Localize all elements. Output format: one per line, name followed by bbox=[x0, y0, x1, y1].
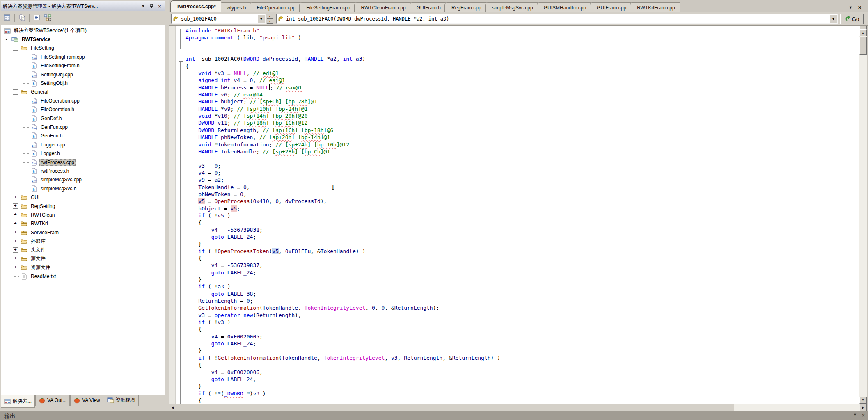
class-diagram-icon[interactable] bbox=[43, 13, 53, 23]
tree-item-外部库[interactable]: +外部库 bbox=[1, 237, 165, 245]
document-tab-guifram-h[interactable]: GUIFram.h bbox=[410, 2, 446, 12]
pin-icon[interactable] bbox=[148, 3, 155, 9]
code-token: LABEL_38 bbox=[227, 291, 253, 297]
tree-item-头文件[interactable]: +头文件 bbox=[1, 246, 165, 254]
scroll-left-icon[interactable]: ◀ bbox=[169, 404, 176, 411]
tree-item-general[interactable]: -General bbox=[1, 88, 165, 96]
tree-item-解决方案-rwtservice-1-个项目[interactable]: 解决方案“RWTService”(1 个项目) bbox=[1, 26, 165, 35]
tree-item-filesettingfram-cpp[interactable]: C++FileSettingFram.cpp bbox=[1, 52, 165, 61]
code-token: , & bbox=[385, 305, 394, 311]
tree-item-rwtservice[interactable]: -RWTService bbox=[1, 35, 165, 43]
vertical-scroll-thumb[interactable] bbox=[859, 37, 867, 55]
document-tab-regfram-cpp[interactable]: RegFram.cpp bbox=[444, 2, 487, 12]
close-icon[interactable]: × bbox=[156, 3, 163, 9]
code-token: v9 bbox=[198, 177, 205, 183]
document-tab-fileoperation-cpp[interactable]: FileOperation.cpp bbox=[250, 2, 301, 12]
chevron-down-icon[interactable]: ▼ bbox=[257, 14, 265, 23]
close-document-icon[interactable]: × bbox=[858, 4, 861, 11]
tree-item-simplemsgsvc-h[interactable]: hsimpleMsgSvc.h bbox=[1, 184, 165, 193]
chevron-down-icon[interactable]: ▼ bbox=[829, 14, 837, 23]
scroll-down-icon[interactable]: ▼ bbox=[859, 397, 867, 404]
expand-icon[interactable]: + bbox=[13, 203, 18, 209]
panel-tab-解决方[interactable]: 解决方... bbox=[1, 395, 35, 408]
member-dropdown[interactable]: int sub_1002FAC0(DWORD dwProcessId, HAND… bbox=[276, 14, 838, 24]
code-token: } bbox=[186, 347, 202, 354]
properties-icon[interactable] bbox=[2, 13, 12, 23]
document-tab-guifram-cpp[interactable]: GUIFram.cpp bbox=[590, 2, 632, 12]
panel-splitter[interactable] bbox=[166, 0, 169, 411]
collapse-icon[interactable]: - bbox=[13, 46, 18, 51]
collapse-icon[interactable]: - bbox=[13, 89, 18, 95]
spin-up-icon[interactable]: ▲ bbox=[267, 14, 273, 19]
code-token: // [ bbox=[237, 106, 250, 112]
tree-item-readme-txt[interactable]: ReadMe.txt bbox=[1, 272, 165, 281]
expand-icon[interactable]: + bbox=[13, 212, 18, 217]
go-button[interactable]: Go bbox=[840, 14, 864, 24]
output-panel-titlebar[interactable]: 输出 ▼ × bbox=[0, 411, 868, 420]
tree-item-regsetting[interactable]: +RegSetting bbox=[1, 202, 165, 210]
view-code-icon[interactable] bbox=[32, 13, 42, 23]
split-handle[interactable] bbox=[859, 26, 867, 29]
tree-item-gendef-h[interactable]: hGenDef.h bbox=[1, 114, 165, 123]
spin-down-icon[interactable]: ▼ bbox=[267, 19, 273, 24]
code-token bbox=[186, 184, 198, 190]
tree-item-genfun-cpp[interactable]: C++GenFun.cpp bbox=[1, 123, 165, 131]
document-tab-wtypes-h[interactable]: wtypes.h bbox=[220, 2, 251, 12]
document-tab-rwtkrlfram-cpp[interactable]: RWTKrlFram.cpp bbox=[630, 2, 680, 12]
tree-item-filesetting[interactable]: -FileSetting bbox=[1, 44, 165, 52]
expand-icon[interactable]: + bbox=[13, 221, 18, 226]
tree-item-settingobj-h[interactable]: hSettingObj.h bbox=[1, 79, 165, 87]
tree-item-genfun-h[interactable]: hGenFun.h bbox=[1, 132, 165, 140]
expand-icon[interactable]: + bbox=[13, 230, 18, 235]
panel-tab-va-out[interactable]: VA Out... bbox=[35, 395, 70, 406]
vertical-scrollbar[interactable]: ▲ ▼ bbox=[859, 26, 867, 404]
tree-item-logger-h[interactable]: hLogger.h bbox=[1, 149, 165, 158]
panel-tab-资源视图[interactable]: 资源视图 bbox=[104, 395, 139, 406]
tree-item-label: Logger.h bbox=[39, 150, 61, 157]
document-tab-rwtcleanfram-cpp[interactable]: RWTCleanFram.cpp bbox=[354, 2, 411, 12]
tree-item-fileoperation-cpp[interactable]: C++FileOperation.cpp bbox=[1, 96, 165, 105]
solution-explorer-titlebar[interactable]: 解决方案资源管理器 - 解决方案“RWTServ... ▼ × bbox=[1, 1, 165, 11]
tree-item-simplemsgsvc-cpp[interactable]: C++simpleMsgSvc.cpp bbox=[1, 176, 165, 184]
horizontal-scrollbar[interactable]: ◀ ▶ bbox=[169, 404, 867, 411]
output-menu-icon[interactable]: ▼ bbox=[853, 413, 857, 417]
expand-icon[interactable]: + bbox=[13, 256, 18, 261]
scroll-up-icon[interactable]: ▲ bbox=[859, 29, 867, 36]
expand-icon[interactable]: + bbox=[13, 239, 18, 244]
document-tab-rwtprocess-cpp[interactable]: rwtProcess.cpp* bbox=[170, 0, 221, 12]
show-all-files-icon[interactable] bbox=[17, 13, 27, 23]
tree-item-logger-cpp[interactable]: C++Logger.cpp bbox=[1, 140, 165, 149]
tree-item-源文件[interactable]: +源文件 bbox=[1, 254, 165, 263]
panel-tab-va-view[interactable]: VA View bbox=[70, 395, 103, 406]
scope-dropdown[interactable]: sub_1002FAC0 ▼ bbox=[171, 14, 266, 24]
code-token: ; bbox=[259, 262, 263, 268]
code-token bbox=[186, 205, 198, 212]
document-tabs: rwtProcess.cpp*wtypes.hFileOperation.cpp… bbox=[169, 0, 845, 12]
horizontal-scroll-thumb[interactable] bbox=[176, 404, 734, 411]
document-tab-guismhandler-cpp[interactable]: GUISMHandler.cpp bbox=[537, 2, 591, 12]
expand-icon[interactable]: + bbox=[13, 195, 18, 200]
tree-item-rwtclean[interactable]: +RWTClean bbox=[1, 210, 165, 219]
tree-item-rwtprocess-cpp[interactable]: C++rwtProcess.cpp bbox=[1, 158, 165, 167]
document-tab-simplemsgsvc-cpp[interactable]: simpleMsgSvc.cpp bbox=[485, 2, 538, 12]
tree-item-fileoperation-h[interactable]: hFileOperation.h bbox=[1, 105, 165, 114]
tree-item-servicefram[interactable]: +ServiceFram bbox=[1, 228, 165, 237]
tree-item-rwtkrl[interactable]: +RWTKrl bbox=[1, 219, 165, 228]
code-token: v4 bbox=[211, 369, 218, 375]
tree-item-settingobj-cpp[interactable]: C++SettingObj.cpp bbox=[1, 70, 165, 79]
window-menu-icon[interactable]: ▼ bbox=[140, 3, 147, 9]
tree-item-资源文件[interactable]: +资源文件 bbox=[1, 263, 165, 272]
scroll-right-icon[interactable]: ▶ bbox=[860, 404, 867, 411]
tree-item-filesettingfram-h[interactable]: hFileSettingFram.h bbox=[1, 62, 165, 70]
nav-spinner[interactable]: ▲ ▼ bbox=[267, 14, 273, 24]
expand-icon[interactable]: + bbox=[13, 265, 18, 270]
code-token: -536739837 bbox=[227, 262, 259, 268]
output-close-icon[interactable]: × bbox=[862, 413, 865, 418]
tree-item-rwtprocess-h[interactable]: hrwtProcess.h bbox=[1, 167, 165, 175]
document-tab-filesettingfram-cpp[interactable]: FileSettingFram.cpp bbox=[299, 2, 355, 12]
tree-item-gui[interactable]: +GUI bbox=[1, 193, 165, 201]
collapse-icon[interactable]: - bbox=[4, 37, 9, 42]
code-editor[interactable]: - #include "RWTKrlFram.h"#pragma comment… bbox=[169, 26, 859, 404]
tab-list-dropdown-icon[interactable]: ▼ bbox=[849, 5, 852, 9]
expand-icon[interactable]: + bbox=[13, 247, 18, 253]
